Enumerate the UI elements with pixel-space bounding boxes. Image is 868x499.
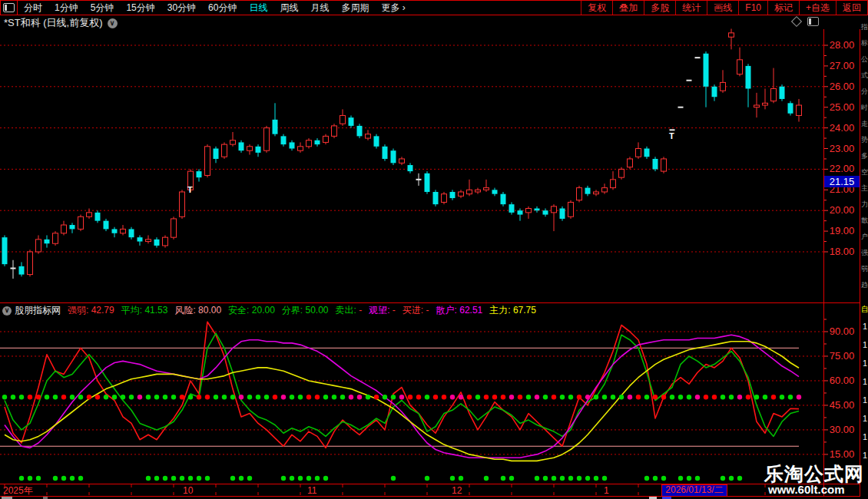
boundary-dot: [399, 395, 404, 399]
signal-dot: [188, 476, 193, 481]
signal-dot: [315, 476, 320, 481]
candle-down: [560, 209, 565, 219]
signal-dot: [70, 476, 75, 481]
boundary-dot: [137, 395, 142, 399]
current-date-tag: 2026/01/13/二: [661, 484, 727, 497]
candle-down: [501, 194, 506, 204]
boundary-dot: [746, 395, 750, 399]
boundary-dot: [349, 395, 353, 399]
boundary-dot: [357, 395, 362, 399]
indicator-axis-label: 30.00: [830, 424, 855, 435]
boundary-dot: [2, 395, 7, 399]
chart-title-row: *ST和科 (日线,前复权) ∨: [4, 16, 118, 30]
signal-dot: [560, 476, 565, 481]
boundary-dot: [653, 395, 658, 399]
candle-up: [526, 209, 532, 213]
candle-up: [721, 82, 726, 91]
boundary-dot: [737, 395, 742, 399]
chevron-down-icon[interactable]: ∨: [108, 18, 118, 28]
boundary-dot: [19, 395, 24, 399]
candle-down: [256, 147, 261, 153]
boundary-dot: [366, 395, 370, 399]
right-strip-text: 指: [861, 24, 868, 31]
boundary-dot: [281, 395, 286, 399]
candle-up: [247, 147, 253, 150]
candle-up: [484, 188, 489, 190]
boundary-dot: [306, 395, 311, 399]
candle-up: [306, 140, 312, 147]
signal-dot: [484, 476, 489, 481]
watermark-url: www.60lt.com: [768, 483, 844, 496]
candle-up: [340, 115, 346, 124]
diamond-icon[interactable]: [791, 16, 802, 27]
candle-up: [628, 159, 633, 167]
boundary-dot: [475, 395, 480, 399]
candle-down: [391, 150, 396, 163]
boundary-dot: [442, 395, 446, 399]
boundary-dot: [11, 395, 15, 399]
panel-toggle-icon[interactable]: [807, 17, 819, 26]
candle-up: [661, 159, 667, 171]
boundary-dot: [704, 395, 708, 399]
indicator-axis-label: 60.00: [830, 375, 855, 386]
boundary-dot: [602, 395, 607, 399]
boundary-dot: [577, 395, 581, 399]
candle-up: [763, 103, 768, 105]
boundary-dot: [264, 395, 269, 399]
candle-up: [459, 192, 464, 196]
candle-up: [171, 219, 177, 237]
candle-up: [53, 233, 58, 243]
candle-up: [577, 188, 582, 200]
boundary-dot: [712, 395, 717, 399]
right-strip-text: 力: [861, 201, 868, 208]
boundary-dot: [467, 395, 472, 399]
signal-dot: [644, 476, 649, 481]
boundary-dot: [53, 395, 58, 399]
signal-dot: [577, 476, 581, 481]
chevron-down-icon[interactable]: ∨: [2, 306, 12, 316]
candle-down: [197, 171, 202, 177]
candle-down: [129, 229, 134, 237]
candle-down: [433, 192, 439, 204]
signal-dot: [146, 476, 151, 481]
signal-dot: [450, 476, 455, 481]
signal-dot: [230, 476, 235, 481]
boundary-dot: [298, 395, 303, 399]
boundary-dot: [78, 395, 83, 399]
candle-down: [281, 136, 287, 144]
boundary-dot: [594, 395, 598, 399]
signal-dot: [737, 476, 742, 481]
right-strip-number: 1: [862, 359, 868, 368]
candle-up: [163, 237, 168, 246]
boundary-dot: [205, 395, 210, 399]
indicator-value-卖出: 卖出: -: [336, 304, 363, 317]
signal-dot: [197, 476, 201, 481]
signal-dot: [425, 476, 429, 481]
candle-up: [636, 149, 641, 157]
signal-dot: [687, 476, 691, 481]
boundary-dot: [256, 395, 260, 399]
right-strip-number: 1: [862, 340, 868, 349]
candle-down: [425, 173, 430, 192]
candle-down: [585, 188, 591, 194]
candle-up: [222, 144, 227, 157]
boundary-dot: [788, 395, 793, 399]
candlestick-and-indicator-chart[interactable]: 28.0027.0026.0025.0024.0023.0022.0021.00…: [0, 0, 868, 499]
signal-dot: [391, 476, 396, 481]
boundary-dot: [552, 395, 556, 399]
indicator-value-风险: 风险: 80.00: [174, 304, 221, 317]
signal-dot: [459, 476, 463, 481]
candle-down: [315, 140, 320, 144]
right-side-strip: 指标公式分时走势多空主力散户强弱趋自11111111: [861, 15, 868, 499]
candle-up: [180, 192, 185, 216]
boundary-dot: [247, 395, 252, 399]
indicator-header: ∨ 股朋指标网 强弱: 42.79平均: 41.53风险: 80.00安全: 2…: [2, 305, 536, 316]
candle-down: [2, 237, 8, 264]
date-axis[interactable]: 2025年10111212026/01/13/二: [0, 484, 860, 497]
candle-down: [653, 159, 658, 169]
signal-dot: [154, 476, 159, 481]
boundary-dot: [273, 395, 277, 399]
right-strip-text: 弱: [861, 266, 868, 273]
price-axis-label: 25.00: [830, 101, 855, 113]
stock-app-window: 28.0027.0026.0025.0024.0023.0022.0021.00…: [0, 0, 868, 499]
